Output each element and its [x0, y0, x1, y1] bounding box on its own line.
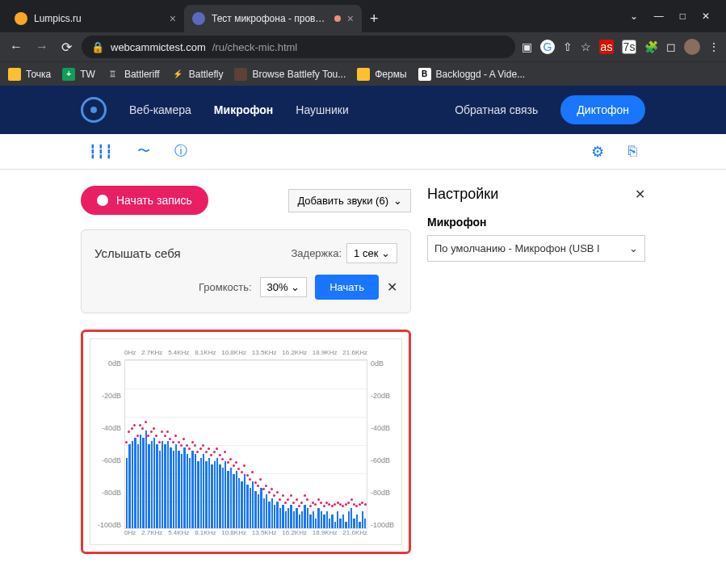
y-axis-left: 0dB-20dB-40dB-60dB-80dB-100dB: [95, 359, 124, 529]
volume-select[interactable]: 30% ⌄: [260, 277, 308, 297]
chevron-down-icon: ⌄: [291, 281, 300, 293]
browser-tab-mictest[interactable]: Тест микрофона - проверка ×: [184, 5, 362, 32]
record-button[interactable]: Начать запись: [81, 186, 208, 215]
close-icon[interactable]: ✕: [635, 187, 645, 202]
device-select[interactable]: По умолчанию - Микрофон (USB I ⌄: [427, 235, 645, 262]
close-icon[interactable]: ×: [347, 12, 354, 25]
page-content: Веб-камера Микрофон Наушники Обратная св…: [0, 86, 726, 588]
reload-button[interactable]: ⟳: [58, 36, 75, 58]
delay-label: Задержка:: [291, 247, 342, 259]
favicon-mictest: [192, 12, 205, 25]
share-icon[interactable]: ⇧: [563, 40, 573, 53]
spectrum-chart: 0Hz2.7KHz5.4KHz8.1KHz10.8KHz13.5KHz16.2K…: [90, 338, 402, 545]
bookmark-fermy[interactable]: Фермы: [357, 68, 406, 81]
tabs-icon[interactable]: ◻: [666, 40, 676, 53]
settings-panel: Настройки ✕ Микрофон По умолчанию - Микр…: [427, 186, 645, 554]
x-axis-bottom: 0Hz2.7KHz5.4KHz8.1KHz10.8KHz13.5KHz16.2K…: [95, 529, 397, 540]
puzzle-icon[interactable]: 🧩: [644, 40, 658, 53]
nav-headphones[interactable]: Наушники: [296, 103, 348, 116]
browser-tabs: Lumpics.ru × Тест микрофона - проверка ×…: [0, 5, 387, 32]
gear-icon[interactable]: ⚙: [591, 143, 604, 161]
browser-tab-lumpics[interactable]: Lumpics.ru ×: [6, 5, 184, 32]
info-icon[interactable]: ⓘ: [174, 143, 187, 160]
recorder-button[interactable]: Диктофон: [560, 95, 645, 124]
url-input[interactable]: 🔒 webcammictest.com/ru/check-mic.html: [82, 36, 515, 58]
record-dot-icon: [97, 195, 108, 206]
bookmark-battlefly[interactable]: ⚡Battlefly: [171, 68, 224, 81]
bookmark-battlefy[interactable]: Browse Battlefy Tou...: [234, 68, 346, 81]
close-icon[interactable]: ×: [170, 12, 176, 25]
google-icon[interactable]: G: [540, 40, 555, 54]
favicon-lumpics: [15, 12, 27, 25]
delay-select[interactable]: 1 сек ⌄: [346, 243, 397, 263]
forward-button[interactable]: →: [32, 36, 52, 57]
x-axis-top: 0Hz2.7KHz5.4KHz8.1KHz10.8KHz13.5KHz16.2K…: [95, 349, 397, 359]
bars-view-icon[interactable]: ┇┇┇: [89, 144, 113, 159]
bookmark-tw[interactable]: +TW: [62, 68, 95, 81]
menu-icon[interactable]: ⋮: [708, 40, 720, 53]
extension-lastfm-icon[interactable]: as: [599, 40, 614, 54]
view-toolbar: ┇┇┇ 〜 ⓘ ⚙ ⎘: [0, 134, 726, 170]
close-window-button[interactable]: ✕: [702, 10, 710, 22]
nav-webcam[interactable]: Веб-камера: [129, 103, 191, 116]
line-view-icon[interactable]: 〜: [137, 143, 150, 160]
spectrum-chart-highlight: 0Hz2.7KHz5.4KHz8.1KHz10.8KHz13.5KHz16.2K…: [81, 330, 411, 554]
back-button[interactable]: ←: [6, 36, 26, 57]
tab-title: Тест микрофона - проверка: [212, 13, 328, 24]
url-path: /ru/check-mic.html: [212, 41, 297, 53]
site-logo-icon[interactable]: [81, 97, 107, 123]
left-column: Начать запись Добавить звуки (6) ⌄ Услыш…: [81, 186, 411, 554]
site-navbar: Веб-камера Микрофон Наушники Обратная св…: [0, 86, 726, 134]
recording-indicator-icon: [334, 15, 341, 22]
bookmark-tochka[interactable]: Точка: [8, 68, 51, 81]
spectrum-plot: [124, 359, 367, 529]
hear-yourself-panel: Услышать себя Задержка: 1 сек ⌄ Громкост…: [81, 229, 411, 313]
url-host: webcammictest.com: [111, 41, 206, 53]
nav-microphone[interactable]: Микрофон: [214, 103, 273, 116]
mic-label: Микрофон: [427, 216, 645, 229]
maximize-button[interactable]: □: [680, 10, 686, 22]
y-axis-right: 0dB-20dB-40dB-60dB-80dB-100dB: [367, 359, 397, 529]
chevron-down-icon: ⌄: [629, 242, 638, 254]
bookmarks-bar: Точка +TW ♖Battleriff ⚡Battlefly Browse …: [0, 61, 726, 86]
chevron-down-icon: ⌄: [381, 247, 390, 259]
window-controls: ⌄ — □ ✕: [614, 10, 726, 22]
minimize-button[interactable]: —: [654, 10, 664, 22]
chevron-down-icon: ⌄: [393, 195, 402, 207]
tab-title: Lumpics.ru: [34, 13, 163, 24]
browser-titlebar: Lumpics.ru × Тест микрофона - проверка ×…: [0, 0, 726, 32]
extension-icons: ▣ G ⇧ ☆ as 7s 🧩 ◻ ⋮: [522, 39, 720, 55]
add-sounds-select[interactable]: Добавить звуки (6) ⌄: [288, 189, 411, 212]
extension-7s-icon[interactable]: 7s: [622, 40, 636, 54]
star-icon[interactable]: ☆: [581, 40, 591, 53]
start-button[interactable]: Начать: [315, 275, 379, 300]
exit-icon[interactable]: ⎘: [628, 143, 637, 160]
bookmark-battleriff[interactable]: ♖Battleriff: [107, 68, 160, 81]
lock-icon: 🔒: [91, 41, 104, 53]
new-tab-button[interactable]: +: [362, 10, 387, 27]
chevron-down-icon[interactable]: ⌄: [630, 10, 638, 22]
bookmark-backloggd[interactable]: BBackloggd - A Vide...: [418, 68, 526, 81]
main-content: Начать запись Добавить звуки (6) ⌄ Услыш…: [0, 170, 726, 570]
volume-label: Громкость:: [199, 281, 252, 293]
nav-feedback[interactable]: Обратная связь: [455, 103, 538, 116]
close-icon[interactable]: ✕: [387, 279, 397, 295]
hear-yourself-title: Услышать себя: [94, 246, 181, 260]
address-bar: ← → ⟳ 🔒 webcammictest.com/ru/check-mic.h…: [0, 32, 726, 61]
camera-icon[interactable]: ▣: [522, 40, 532, 53]
profile-avatar[interactable]: [684, 39, 700, 55]
settings-title: Настройки: [427, 186, 498, 203]
